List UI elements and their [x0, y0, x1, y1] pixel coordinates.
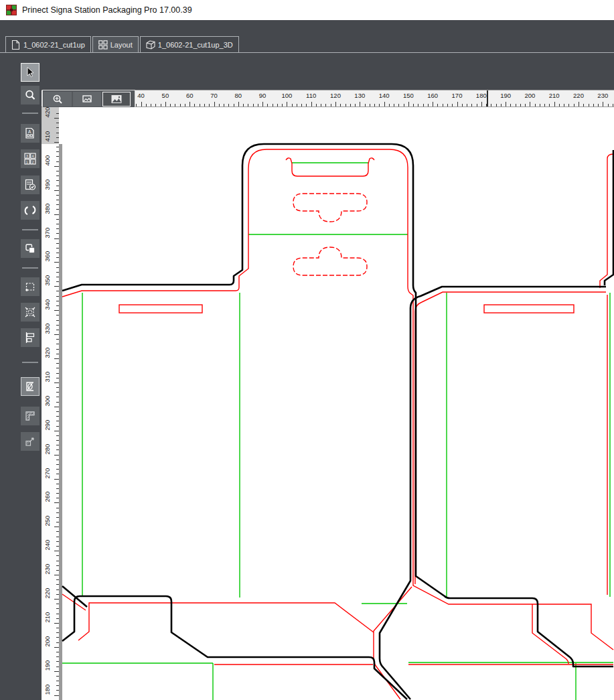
- imposition-scheme-tool-button[interactable]: 34 12: [21, 149, 40, 168]
- scale-arrow-icon: [24, 435, 36, 447]
- v-ruler-label: 200: [44, 636, 51, 646]
- v-ruler-label: 270: [44, 468, 51, 478]
- v-ruler-tick: [54, 671, 59, 672]
- v-ruler-tick: [54, 118, 59, 119]
- zoom-tool-button[interactable]: [21, 86, 40, 104]
- h-ruler-tick: [540, 104, 540, 107]
- refresh-arrows-icon: [24, 204, 36, 216]
- h-ruler-tick: [301, 104, 302, 107]
- h-ruler-tick: [452, 104, 453, 107]
- h-ruler-tick: [360, 102, 360, 107]
- h-ruler-tick: [418, 104, 418, 107]
- align-objects-tool-button[interactable]: [21, 328, 40, 347]
- v-ruler-label: 380: [44, 203, 51, 214]
- v-ruler-tick: [54, 142, 59, 143]
- v-ruler-tick: [54, 479, 59, 480]
- dashed-grid-arrows-icon: [24, 306, 36, 318]
- tab-1-0602-21-cut1up-3d[interactable]: 1_0602-21_cut1up_3D: [140, 36, 239, 52]
- v-ruler-tick: [54, 407, 59, 407]
- h-ruler-tick: [238, 102, 239, 107]
- title-bar: Prinect Signa Station Packaging Pro 17.0…: [0, 0, 614, 20]
- v-ruler-label: 230: [44, 564, 51, 575]
- v-ruler-label: 360: [44, 251, 51, 262]
- h-ruler-tick: [228, 104, 229, 107]
- preview-small-button[interactable]: [73, 92, 101, 107]
- h-ruler-tick: [544, 104, 545, 107]
- ruler-corner-buttons: [42, 90, 135, 108]
- bleed-lines: [62, 149, 613, 699]
- preview-large-button[interactable]: [102, 92, 131, 107]
- h-ruler-tick: [583, 104, 584, 107]
- tab-layout[interactable]: Layout: [92, 36, 139, 52]
- scale-object-tool-button[interactable]: [21, 432, 40, 451]
- h-ruler-label: 80: [235, 92, 242, 99]
- corner-trim-tool-button[interactable]: [21, 407, 40, 425]
- h-ruler-tick: [325, 104, 326, 107]
- v-ruler-tick: [54, 647, 59, 648]
- v-ruler-label: 410: [44, 131, 51, 142]
- v-ruler-tick: [54, 286, 59, 287]
- v-ruler-tick: [54, 623, 59, 624]
- h-ruler-label: 180: [476, 92, 487, 99]
- zoom-fit-button[interactable]: [44, 92, 72, 107]
- h-ruler-tick: [267, 104, 268, 107]
- h-ruler-tick: [204, 104, 205, 107]
- euro-hang-hole: [293, 194, 367, 222]
- cut-lines: [62, 144, 613, 699]
- v-ruler-label: 290: [44, 419, 51, 430]
- h-ruler-label: 170: [452, 92, 463, 99]
- toolbar: ▼: [0, 53, 614, 90]
- v-ruler-tick: [54, 190, 59, 191]
- h-ruler-label: 130: [354, 92, 365, 99]
- vertical-ruler: 4204104003903803703603503403303203103002…: [42, 107, 59, 700]
- h-ruler-tick: [346, 104, 346, 107]
- tool-separator: [22, 267, 38, 269]
- h-ruler-tick: [165, 102, 166, 107]
- transform-frame-tool-button[interactable]: [21, 303, 40, 322]
- copy-object-tool-button[interactable]: [21, 239, 40, 258]
- tab-1-0602-21-cut1up[interactable]: 1_0602-21_cut1up: [5, 36, 91, 52]
- h-ruler-tick: [306, 104, 307, 107]
- v-ruler-tick: [54, 358, 59, 359]
- h-ruler-tick: [384, 102, 385, 107]
- v-ruler-tick: [54, 334, 59, 335]
- h-ruler-tick: [589, 104, 589, 107]
- h-ruler-tick: [370, 104, 370, 107]
- h-ruler-tick: [443, 104, 443, 107]
- h-ruler-tick: [175, 104, 175, 107]
- cube-3d-icon: [146, 40, 155, 50]
- v-ruler-label: 420: [44, 107, 51, 118]
- h-ruler-tick: [423, 104, 424, 107]
- h-ruler-tick: [146, 104, 147, 107]
- select-tool-button[interactable]: [21, 63, 40, 82]
- h-ruler-tick: [194, 104, 195, 107]
- h-ruler-tick: [593, 104, 594, 107]
- h-ruler-tick: [287, 102, 287, 107]
- v-ruler-label: 250: [44, 516, 51, 527]
- h-ruler-label: 160: [427, 92, 438, 99]
- h-ruler-tick: [170, 104, 171, 107]
- h-ruler-tick: [404, 104, 404, 107]
- view-tab-bar: 1_0602-21_cut1upLayout1_0602-21_cut1up_3…: [0, 36, 614, 53]
- cursor-arrow-icon: [24, 66, 36, 78]
- h-ruler-tick: [613, 104, 613, 107]
- v-ruler-label: 220: [44, 588, 51, 599]
- h-ruler-label: 150: [403, 92, 414, 99]
- v-ruler-tick: [54, 166, 59, 167]
- h-ruler-tick: [219, 104, 220, 107]
- h-ruler-tick: [481, 102, 482, 107]
- h-ruler-tick: [598, 104, 599, 107]
- v-ruler-tick: [54, 455, 59, 456]
- master-page-tool-button[interactable]: A: [21, 124, 40, 143]
- contour-edit-tool-button[interactable]: [21, 377, 40, 396]
- h-ruler-tick: [379, 104, 380, 107]
- v-ruler-tick: [54, 695, 59, 696]
- v-ruler-tick: [54, 551, 59, 551]
- h-ruler-label: 120: [330, 92, 341, 99]
- layout-canvas[interactable]: [59, 107, 614, 700]
- update-tool-button[interactable]: [21, 201, 40, 220]
- selection-frame-tool-button[interactable]: [21, 277, 40, 296]
- tool-separator: [22, 229, 38, 230]
- h-ruler-tick: [437, 104, 438, 107]
- job-check-tool-button[interactable]: [21, 176, 40, 194]
